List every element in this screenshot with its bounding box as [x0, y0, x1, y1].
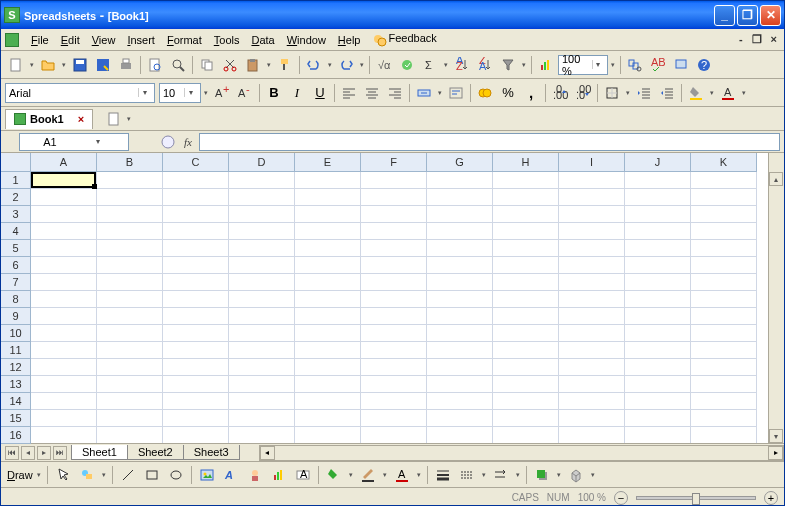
- line-color-button[interactable]: [357, 464, 379, 486]
- cell[interactable]: [97, 291, 163, 308]
- decrease-font-button[interactable]: A-: [234, 82, 256, 104]
- cell[interactable]: [361, 257, 427, 274]
- cell[interactable]: [427, 189, 493, 206]
- sheet-tab[interactable]: Sheet2: [127, 445, 184, 460]
- cell[interactable]: [295, 257, 361, 274]
- wordart-button[interactable]: A: [220, 464, 242, 486]
- dropdown-icon[interactable]: ▾: [740, 89, 748, 97]
- cell[interactable]: [229, 427, 295, 443]
- cell[interactable]: [163, 189, 229, 206]
- first-sheet-button[interactable]: ⏮: [5, 446, 19, 460]
- cell[interactable]: [559, 359, 625, 376]
- cell[interactable]: [427, 274, 493, 291]
- select-tool-button[interactable]: [52, 464, 74, 486]
- cell[interactable]: [31, 376, 97, 393]
- scroll-right-button[interactable]: ▸: [768, 446, 783, 460]
- cell[interactable]: [31, 342, 97, 359]
- cell[interactable]: [559, 274, 625, 291]
- minimize-button[interactable]: _: [714, 5, 735, 26]
- cell[interactable]: [229, 342, 295, 359]
- formula-input[interactable]: [199, 133, 780, 151]
- dropdown-icon[interactable]: ▾: [624, 89, 632, 97]
- dash-style-button[interactable]: [456, 464, 478, 486]
- cell[interactable]: [427, 240, 493, 257]
- cell[interactable]: [163, 410, 229, 427]
- align-right-button[interactable]: [384, 82, 406, 104]
- cell[interactable]: [163, 376, 229, 393]
- menu-insert[interactable]: Insert: [121, 32, 161, 48]
- cell[interactable]: [229, 257, 295, 274]
- decrease-decimal-button[interactable]: .00.0: [572, 82, 594, 104]
- print-preview-button[interactable]: [144, 54, 166, 76]
- cell[interactable]: [229, 189, 295, 206]
- sheet-tab[interactable]: Sheet3: [183, 445, 240, 460]
- cell[interactable]: [361, 189, 427, 206]
- line-weight-button[interactable]: [432, 464, 454, 486]
- cell[interactable]: [691, 240, 757, 257]
- formula-button[interactable]: √α: [373, 54, 395, 76]
- cell[interactable]: [361, 325, 427, 342]
- cell[interactable]: [163, 393, 229, 410]
- cell[interactable]: [493, 393, 559, 410]
- cell[interactable]: [31, 393, 97, 410]
- cell[interactable]: [163, 206, 229, 223]
- dropdown-icon[interactable]: ▾: [28, 61, 36, 69]
- chart-button[interactable]: [535, 54, 557, 76]
- column-header[interactable]: A: [31, 153, 97, 172]
- cell[interactable]: [625, 206, 691, 223]
- cell[interactable]: [361, 342, 427, 359]
- cell[interactable]: [427, 308, 493, 325]
- cell[interactable]: [163, 342, 229, 359]
- cell[interactable]: [97, 325, 163, 342]
- cell[interactable]: [295, 359, 361, 376]
- cell[interactable]: [229, 172, 295, 189]
- cell[interactable]: [163, 172, 229, 189]
- cell[interactable]: [691, 189, 757, 206]
- maximize-button[interactable]: ❐: [737, 5, 758, 26]
- cell[interactable]: [31, 172, 97, 189]
- cell[interactable]: [559, 240, 625, 257]
- cell[interactable]: [295, 206, 361, 223]
- fx-button[interactable]: [159, 133, 177, 151]
- cell[interactable]: [427, 359, 493, 376]
- align-center-button[interactable]: [361, 82, 383, 104]
- prev-sheet-button[interactable]: ◂: [21, 446, 35, 460]
- cell[interactable]: [625, 189, 691, 206]
- oval-tool-button[interactable]: [165, 464, 187, 486]
- paste-button[interactable]: [242, 54, 264, 76]
- textbox-button[interactable]: A: [292, 464, 314, 486]
- text-color-button[interactable]: A: [391, 464, 413, 486]
- column-header[interactable]: C: [163, 153, 229, 172]
- menu-edit[interactable]: Edit: [55, 32, 86, 48]
- cell[interactable]: [427, 376, 493, 393]
- cell[interactable]: [493, 359, 559, 376]
- increase-font-button[interactable]: A+: [211, 82, 233, 104]
- cell[interactable]: [625, 291, 691, 308]
- cell[interactable]: [31, 206, 97, 223]
- menu-view[interactable]: View: [86, 32, 122, 48]
- cell[interactable]: [427, 393, 493, 410]
- cell[interactable]: [97, 274, 163, 291]
- row-header[interactable]: 11: [1, 342, 31, 359]
- draw-menu[interactable]: DDrawraw: [7, 469, 33, 481]
- shadow-button[interactable]: [531, 464, 553, 486]
- close-tab-button[interactable]: ×: [78, 113, 84, 125]
- cell[interactable]: [31, 240, 97, 257]
- cell[interactable]: [163, 427, 229, 443]
- cell[interactable]: [625, 376, 691, 393]
- cell[interactable]: [31, 274, 97, 291]
- column-header[interactable]: G: [427, 153, 493, 172]
- cell[interactable]: [361, 427, 427, 443]
- select-all-corner[interactable]: [1, 153, 31, 172]
- last-sheet-button[interactable]: ⏭: [53, 446, 67, 460]
- merge-cells-button[interactable]: [413, 82, 435, 104]
- cell[interactable]: [97, 359, 163, 376]
- document-tab[interactable]: Book1 ×: [5, 109, 93, 129]
- cell[interactable]: [97, 257, 163, 274]
- cell[interactable]: [361, 308, 427, 325]
- zoom-combo[interactable]: 100 %▾: [558, 55, 608, 75]
- cell[interactable]: [229, 274, 295, 291]
- dropdown-icon[interactable]: ▾: [347, 471, 355, 479]
- dropdown-icon[interactable]: ▾: [480, 471, 488, 479]
- zoom-out-button[interactable]: −: [614, 491, 628, 505]
